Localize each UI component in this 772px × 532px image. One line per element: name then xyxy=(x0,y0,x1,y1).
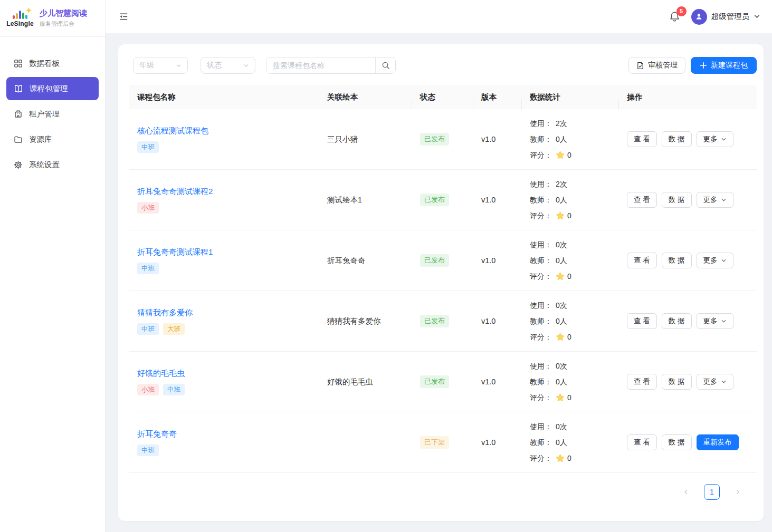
star-icon xyxy=(556,454,565,463)
status-select-placeholder: 状态 xyxy=(207,61,222,70)
status-badge: 已发布 xyxy=(420,254,449,267)
column-header-book: 关联绘本 xyxy=(319,92,412,102)
more-button[interactable]: 更多 xyxy=(697,192,733,208)
grade-tag: 大班 xyxy=(163,323,185,335)
pagination-next-button[interactable] xyxy=(731,485,745,499)
view-button[interactable]: 查 看 xyxy=(627,434,657,450)
stats-cell: 使用：0次教师：0人评分：0 xyxy=(521,419,618,466)
grade-tags: 中班 xyxy=(137,444,310,456)
sidebar-item-label: 课程包管理 xyxy=(30,84,68,94)
more-button[interactable]: 更多 xyxy=(697,374,733,390)
logo-bars-icon xyxy=(13,9,27,19)
view-button[interactable]: 查 看 xyxy=(627,131,657,147)
package-name-link[interactable]: 猜猜我有多爱你 xyxy=(137,308,193,318)
package-name-link[interactable]: 折耳兔奇奇 xyxy=(137,429,177,439)
search-button[interactable] xyxy=(375,57,395,73)
dashboard-icon xyxy=(14,59,23,68)
grade-tag: 中班 xyxy=(137,263,159,274)
grade-tags: 中班 xyxy=(137,263,310,274)
view-button[interactable]: 查 看 xyxy=(627,313,657,329)
sidebar-item-tenants[interactable]: 租户管理 xyxy=(6,102,99,125)
sidebar-item-resources[interactable]: 资源库 xyxy=(6,128,99,151)
chevron-down-icon xyxy=(721,137,727,142)
status-badge: 已发布 xyxy=(420,315,449,327)
main-content: 年级 状态 xyxy=(106,33,772,532)
view-button[interactable]: 查 看 xyxy=(627,374,657,390)
pagination-page-1[interactable]: 1 xyxy=(704,484,720,500)
data-button[interactable]: 数 据 xyxy=(662,313,692,329)
user-menu[interactable]: 超级管理员 xyxy=(691,9,761,25)
sidebar-item-settings[interactable]: 系统设置 xyxy=(6,153,99,176)
rating-value: 0 xyxy=(567,208,571,224)
sidebar-item-label: 资源库 xyxy=(29,134,52,144)
package-name-link[interactable]: 好饿的毛毛虫 xyxy=(137,369,185,379)
sidebar-item-dashboard[interactable]: 数据看板 xyxy=(6,52,99,75)
user-icon xyxy=(694,12,703,21)
table-row: 核心流程测试课程包中班三只小猪已发布v1.0使用：2次教师：0人评分：0查 看数… xyxy=(129,109,757,170)
brand-logo-text: LeSingle xyxy=(6,20,34,27)
notification-badge: 5 xyxy=(676,6,687,16)
sidebar-menu: 数据看板 课程包管理 租户管理 资源库 xyxy=(0,37,105,176)
package-name-link[interactable]: 核心流程测试课程包 xyxy=(137,126,208,136)
data-button[interactable]: 数 据 xyxy=(662,131,692,147)
grade-select[interactable]: 年级 xyxy=(133,57,188,74)
chevron-down-icon xyxy=(721,258,727,264)
version-cell: v1.0 xyxy=(473,317,521,325)
usage-value: 0次 xyxy=(556,297,567,313)
data-button[interactable]: 数 据 xyxy=(662,374,692,390)
sidebar-item-course-packages[interactable]: 课程包管理 xyxy=(6,77,99,100)
package-name-link[interactable]: 折耳兔奇奇测试课程2 xyxy=(137,187,213,197)
sidebar-item-label: 系统设置 xyxy=(29,160,60,170)
brand-area: LeSingle 少儿智慧阅读 服务管理后台 xyxy=(0,0,105,37)
chevron-down-icon xyxy=(754,13,760,20)
pagination-prev-button[interactable] xyxy=(679,485,693,499)
rating-value: 0 xyxy=(567,147,571,163)
table-row: 折耳兔奇奇中班已下架v1.0使用：0次教师：0人评分：0查 看数 据重新发布 xyxy=(129,412,757,473)
more-button[interactable]: 更多 xyxy=(697,313,733,329)
package-name-link[interactable]: 折耳兔奇奇测试课程1 xyxy=(137,247,213,257)
stats-cell: 使用：2次教师：0人评分：0 xyxy=(521,176,618,224)
data-button[interactable]: 数 据 xyxy=(662,192,692,208)
usage-value: 0次 xyxy=(556,358,567,374)
chevron-down-icon xyxy=(176,63,182,69)
sidebar-item-label: 数据看板 xyxy=(29,59,60,69)
chevron-down-icon xyxy=(243,63,249,69)
gear-icon xyxy=(14,160,23,169)
more-button[interactable]: 更多 xyxy=(697,131,733,147)
create-package-button[interactable]: 新建课程包 xyxy=(691,57,757,74)
republish-button[interactable]: 重新发布 xyxy=(697,434,739,450)
status-select[interactable]: 状态 xyxy=(201,57,255,74)
star-icon xyxy=(556,333,565,342)
notifications-button[interactable]: 5 xyxy=(669,11,681,23)
building-icon xyxy=(14,110,23,119)
column-header-version: 版本 xyxy=(473,92,521,102)
search-group xyxy=(266,57,396,74)
related-book-cell: 折耳兔奇奇 xyxy=(319,256,412,266)
table-row: 折耳兔奇奇测试课程1中班折耳兔奇奇已发布v1.0使用：0次教师：0人评分：0查 … xyxy=(129,230,757,291)
data-button[interactable]: 数 据 xyxy=(662,253,692,268)
version-cell: v1.0 xyxy=(473,135,521,143)
stats-cell: 使用：0次教师：0人评分：0 xyxy=(521,237,618,284)
related-book-cell: 好饿的毛毛虫 xyxy=(319,377,412,387)
audit-button-label: 审核管理 xyxy=(648,61,678,70)
view-button[interactable]: 查 看 xyxy=(627,253,657,268)
usage-value: 2次 xyxy=(556,115,567,131)
actions-cell: 查 看数 据更多 xyxy=(618,253,757,268)
version-cell: v1.0 xyxy=(473,196,521,204)
teachers-value: 0人 xyxy=(556,434,567,450)
grade-tags: 中班大班 xyxy=(137,323,310,335)
sidebar-collapse-button[interactable] xyxy=(119,12,129,22)
stats-cell: 使用：0次教师：0人评分：0 xyxy=(521,297,618,345)
audit-management-button[interactable]: 审核管理 xyxy=(628,57,685,74)
sidebar-item-label: 租户管理 xyxy=(29,109,60,119)
grade-tag: 小班 xyxy=(137,202,159,214)
view-button[interactable]: 查 看 xyxy=(627,192,657,208)
grade-tag: 中班 xyxy=(137,141,159,153)
star-icon xyxy=(556,211,565,220)
search-input[interactable] xyxy=(266,57,375,73)
more-button[interactable]: 更多 xyxy=(697,253,733,268)
search-icon xyxy=(382,61,390,70)
version-cell: v1.0 xyxy=(473,256,521,265)
data-button[interactable]: 数 据 xyxy=(662,434,692,450)
plus-icon xyxy=(700,62,707,69)
